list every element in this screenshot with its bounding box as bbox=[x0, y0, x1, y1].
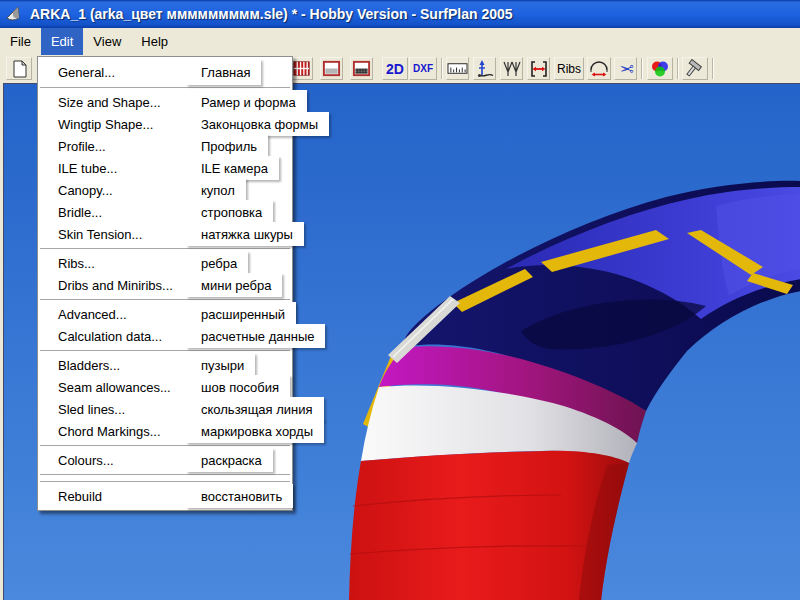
menu-item-translation: пузыри bbox=[186, 353, 255, 377]
panel-grid-button[interactable] bbox=[290, 57, 313, 80]
title-bar: ARKA_1 (arka_цвет ммммммммм.sle) * - Hob… bbox=[0, 0, 800, 28]
arc-measure-button[interactable] bbox=[587, 57, 611, 80]
menu-item-calculation-data[interactable]: Calculation data... расчетные данные bbox=[38, 325, 292, 347]
menu-item-label: Bladders... bbox=[38, 358, 120, 373]
menu-item-label: Advanced... bbox=[38, 307, 127, 322]
menu-item-bladders[interactable]: Bladders... пузыри bbox=[38, 354, 292, 376]
window-title: ARKA_1 (arka_цвет ммммммммм.sle) * - Hob… bbox=[30, 6, 513, 22]
menu-item-translation: купол bbox=[186, 178, 246, 202]
bridle-point-button[interactable] bbox=[473, 57, 496, 80]
menu-item-label: Chord Markings... bbox=[38, 424, 161, 439]
menu-item-translation: расчетные данные bbox=[186, 324, 325, 348]
ruler-button[interactable] bbox=[446, 57, 469, 80]
menu-bar: File Edit View Help bbox=[0, 28, 800, 56]
colors-button[interactable] bbox=[647, 57, 673, 80]
menu-item-chord-markings[interactable]: Chord Markings... маркировка хорды bbox=[38, 420, 292, 442]
menu-item-dribs-and-miniribs[interactable]: Dribs and Miniribs... мини ребра bbox=[38, 274, 292, 296]
menu-item-ribs[interactable]: Ribs... ребра bbox=[38, 252, 292, 274]
menu-item-label: Profile... bbox=[38, 139, 106, 154]
menu-separator bbox=[40, 248, 290, 249]
edit-dropdown-menu: General... Главная Size and Shape... Рам… bbox=[37, 56, 293, 511]
menu-item-advanced[interactable]: Advanced... расширенный bbox=[38, 303, 292, 325]
menu-item-translation: ребра bbox=[186, 251, 248, 275]
menu-item-translation: Главная bbox=[186, 59, 261, 85]
panel-grid-icon bbox=[292, 59, 311, 78]
menu-item-size-and-shape[interactable]: Size and Shape... Рамер и форма bbox=[38, 91, 292, 113]
panel-solid-button[interactable] bbox=[320, 57, 343, 80]
ruler-icon bbox=[447, 59, 468, 78]
menu-item-translation: шов пособия bbox=[186, 375, 290, 399]
menu-item-bridle[interactable]: Bridle... строповка bbox=[38, 201, 292, 223]
width-measure-icon bbox=[529, 59, 549, 79]
menu-separator bbox=[40, 445, 290, 446]
menu-item-label: Bridle... bbox=[38, 205, 102, 220]
menu-edit[interactable]: Edit bbox=[41, 28, 83, 55]
menu-item-rebuild[interactable]: Rebuild восстановить bbox=[38, 485, 292, 507]
menu-separator bbox=[40, 299, 290, 300]
menu-help[interactable]: Help bbox=[131, 28, 178, 55]
menu-separator bbox=[40, 87, 290, 88]
menu-item-label: Ribs... bbox=[38, 256, 95, 271]
menu-item-label: Canopy... bbox=[38, 183, 113, 198]
menu-item-sled-lines[interactable]: Sled lines... скользящая линия bbox=[38, 398, 292, 420]
menu-item-translation: Профиль bbox=[186, 134, 268, 158]
new-document-button[interactable] bbox=[6, 57, 32, 80]
menu-item-ile-tube[interactable]: ILE tube... ILE камера bbox=[38, 157, 292, 179]
new-document-icon bbox=[9, 59, 29, 79]
menu-item-label: Seam allowances... bbox=[38, 380, 171, 395]
panel-solid-icon bbox=[322, 59, 341, 78]
menu-file[interactable]: File bbox=[0, 28, 41, 55]
menu-item-label: Wingtip Shape... bbox=[38, 117, 153, 132]
menu-item-seam-allowances[interactable]: Seam allowances... шов пособия bbox=[38, 376, 292, 398]
hammer-button[interactable] bbox=[682, 57, 708, 80]
svg-text:✂: ✂ bbox=[619, 59, 633, 79]
export-dxf-label: DXF bbox=[413, 63, 433, 74]
menu-item-translation: строповка bbox=[186, 200, 273, 224]
menu-separator bbox=[40, 474, 290, 482]
menu-item-label: Dribs and Miniribs... bbox=[38, 278, 173, 293]
menu-item-canopy[interactable]: Canopy... купол bbox=[38, 179, 292, 201]
width-measure-button[interactable] bbox=[527, 57, 550, 80]
scissors-icon: ✂ bbox=[616, 59, 636, 79]
menu-item-label: Colours... bbox=[38, 453, 114, 468]
ribs-label: Ribs bbox=[557, 62, 581, 76]
toolbar-separator bbox=[441, 58, 443, 79]
menu-item-colours[interactable]: Colours... раскраска bbox=[38, 449, 292, 471]
panel-shaded-icon bbox=[352, 59, 371, 78]
menu-item-translation: раскраска bbox=[186, 448, 273, 472]
menu-item-label: Rebuild bbox=[38, 489, 102, 504]
view-2d-button[interactable]: 2D bbox=[382, 57, 408, 80]
toolbar-separator bbox=[712, 58, 714, 79]
menu-view[interactable]: View bbox=[83, 28, 131, 55]
menu-item-label: Calculation data... bbox=[38, 329, 162, 344]
panel-shaded-button[interactable] bbox=[350, 57, 373, 80]
app-window: ARKA_1 (arka_цвет ммммммммм.sle) * - Hob… bbox=[0, 0, 800, 600]
menu-item-skin-tension[interactable]: Skin Tension... натяжка шкуры bbox=[38, 223, 292, 245]
export-dxf-button[interactable]: DXF bbox=[409, 57, 437, 80]
menu-item-label: Size and Shape... bbox=[38, 95, 161, 110]
ribs-button[interactable]: Ribs bbox=[554, 57, 584, 80]
menu-item-wingtip-shape[interactable]: Wingtip Shape... Законцовка формы bbox=[38, 113, 292, 135]
menu-item-profile[interactable]: Profile... Профиль bbox=[38, 135, 292, 157]
bridle-lines-icon bbox=[502, 59, 522, 79]
menu-item-label: General... bbox=[38, 65, 115, 80]
view-2d-label: 2D bbox=[386, 61, 404, 77]
menu-item-general[interactable]: General... Главная bbox=[38, 60, 292, 84]
menu-item-translation: Законцовка формы bbox=[186, 112, 329, 136]
menu-item-translation: маркировка хорды bbox=[186, 419, 324, 443]
menu-item-translation: ILE камера bbox=[186, 156, 279, 180]
menu-item-label: Skin Tension... bbox=[38, 227, 142, 242]
menu-item-translation: восстановить bbox=[186, 484, 293, 508]
sail-icon bbox=[4, 4, 24, 24]
menu-item-translation: мини ребра bbox=[186, 273, 282, 297]
menu-separator bbox=[40, 350, 290, 351]
menu-item-translation: скользящая линия bbox=[186, 397, 324, 421]
menu-item-label: Sled lines... bbox=[38, 402, 125, 417]
bridle-point-icon bbox=[475, 59, 495, 79]
arc-measure-icon bbox=[588, 59, 610, 79]
bridle-lines-button[interactable] bbox=[500, 57, 523, 80]
menu-item-translation: натяжка шкуры bbox=[186, 222, 304, 246]
colors-icon bbox=[650, 59, 670, 79]
menu-item-translation: Рамер и форма bbox=[186, 90, 307, 114]
scissors-button[interactable]: ✂ bbox=[614, 57, 637, 80]
